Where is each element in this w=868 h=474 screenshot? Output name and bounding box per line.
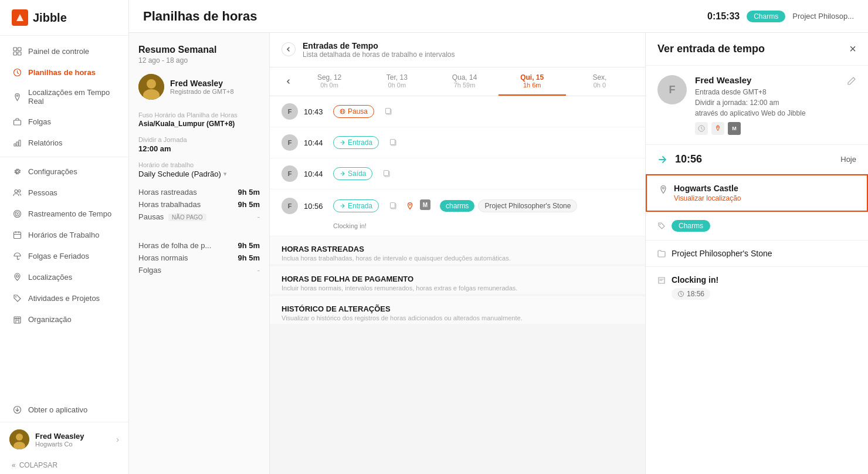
normal-value: 9h 5m [238, 253, 260, 262]
chevron-down-icon: ▾ [223, 170, 227, 178]
day-item-0[interactable]: Seg, 12 0h 0m [296, 67, 363, 96]
building-icon [12, 314, 22, 324]
svg-rect-4 [18, 52, 21, 55]
sidebar-item-label: Configurações [28, 167, 77, 176]
right-project-name: Project Philosopher's Stone [672, 249, 772, 258]
sidebar-item-folgas-feriados[interactable]: Folgas e Feriados [0, 245, 128, 266]
svg-point-41 [717, 127, 718, 128]
copy-icon-2[interactable] [381, 167, 394, 180]
section-tracked: HORAS RASTREADAS Inclua horas trabalhada… [270, 236, 645, 264]
get-app-label: Obter o aplicativo [28, 405, 87, 414]
right-location-content: Hogwarts Castle Visualizar localização [647, 175, 867, 211]
left-panel: Resumo Semanal 12 ago - 18 ago Fred Weas… [129, 33, 270, 474]
sidebar-item-atividades[interactable]: Atividades e Projetos [0, 287, 128, 309]
entry-avatar-0: F [282, 103, 298, 120]
right-time-row: 10:56 Hoje [646, 145, 868, 174]
day-name-0: Seg, 12 [298, 73, 361, 82]
charms-badge-header[interactable]: Charms [747, 11, 785, 22]
sidebar-item-pessoas[interactable]: Pessoas [0, 182, 128, 203]
day-hours-0: 0h 0m [298, 82, 361, 89]
svg-rect-3 [13, 52, 17, 55]
svg-marker-0 [16, 14, 23, 21]
svg-point-16 [16, 213, 18, 214]
location-icon-entry[interactable] [404, 199, 416, 212]
day-item-3[interactable]: Qui, 15 1h 6m [499, 67, 566, 96]
edit-button[interactable] [847, 76, 856, 86]
svg-rect-34 [391, 140, 395, 145]
sidebar-item-rastreamento[interactable]: Rastreamento de Tempo [0, 203, 128, 224]
sidebar-item-horarios[interactable]: Horários de Trabalho [0, 224, 128, 245]
svg-point-42 [663, 187, 664, 189]
entry-row-1: F 10:44 Entrada [270, 127, 645, 158]
copy-icon-3[interactable] [387, 199, 400, 212]
m-icon-entry[interactable]: M [420, 199, 430, 210]
sidebar-item-localizacoes[interactable]: Localizações em Tempo Real [0, 83, 128, 111]
day-item-1[interactable]: Ter, 13 0h 0m [363, 67, 430, 96]
sidebar-item-planilhas[interactable]: Planilhas de horas [0, 62, 128, 83]
download-icon [12, 404, 22, 415]
project-badge-entry: Project Philosopher's Stone [478, 199, 577, 212]
right-project-row: Project Philosopher's Stone [646, 241, 868, 267]
sidebar-user[interactable]: Fred Weasley Hogwarts Co › [0, 422, 128, 456]
sidebar-user-info: Fred Weasley Hogwarts Co [35, 432, 110, 448]
worked-label: Horas trabalhadas [138, 200, 201, 209]
entry-time-0: 10:43 [304, 107, 327, 116]
day-name-3: Qui, 15 [501, 73, 564, 82]
right-user-detail-2: Dividir a jornada: 12:00 am [695, 97, 839, 108]
logo-text: Jibble [33, 11, 67, 25]
charms-badge-right[interactable]: Charms [672, 220, 710, 232]
svg-rect-17 [13, 232, 21, 238]
collapse-button[interactable]: « COLAPSAR [0, 456, 128, 474]
entries-header-text: Entradas de Tempo Lista detalhada de hor… [303, 41, 455, 59]
svg-point-25 [16, 434, 23, 441]
schedule-value[interactable]: Daily Schedule (Padrão) ▾ [138, 170, 260, 178]
logo: Jibble [0, 0, 128, 36]
sidebar-item-label: Horários de Trabalho [28, 231, 99, 239]
right-note-row: Clocking in! 18:56 [646, 267, 868, 308]
day-item-4[interactable]: Sex, 0h 0 [566, 67, 633, 96]
close-button[interactable]: × [849, 42, 856, 56]
sidebar-item-label: Planilhas de horas [28, 68, 96, 77]
worked-row: Horas trabalhadas 9h 5m [138, 200, 260, 209]
schedule-label: Horário de trabalho [138, 161, 260, 168]
sidebar-user-expand[interactable]: › [116, 435, 119, 444]
briefcase-icon [12, 116, 22, 127]
days-prev-button[interactable] [282, 75, 296, 89]
back-button[interactable] [282, 42, 296, 56]
day-name-1: Ter, 13 [365, 73, 428, 82]
collapse-label: COLAPSAR [19, 461, 57, 469]
day-item-2[interactable]: Qua, 14 7h 59m [430, 67, 498, 96]
right-note-title: Clocking in! [672, 275, 856, 285]
copy-icon-0[interactable] [382, 105, 395, 118]
sidebar-user-name: Fred Weasley [35, 432, 110, 441]
right-user-avatar: F [657, 75, 687, 104]
main-body: Resumo Semanal 12 ago - 18 ago Fred Weas… [129, 33, 868, 474]
sidebar-user-org: Hogwarts Co [35, 441, 110, 448]
sidebar-item-localizacoes2[interactable]: Localizações [0, 266, 128, 287]
entry-avatar-2: F [282, 165, 298, 182]
holiday-row: Folgas - [138, 266, 260, 275]
view-location-link[interactable]: Visualizar localização [674, 194, 741, 202]
svg-point-19 [15, 296, 16, 297]
sidebar-item-organizacao[interactable]: Organização [0, 309, 128, 330]
logo-icon [12, 9, 28, 26]
map-pin-icon [12, 92, 22, 102]
entry-avatar-3: F [282, 198, 298, 214]
get-app-item[interactable]: Obter o aplicativo [0, 399, 128, 419]
header-project: Project Philosop... [792, 12, 854, 21]
svg-point-30 [340, 109, 345, 114]
holiday-label: Folgas [138, 266, 161, 275]
sidebar-navigation: Painel de controle Planilhas de horas Lo… [0, 36, 128, 399]
sidebar-item-configuracoes[interactable]: Configurações [0, 161, 128, 182]
normal-row: Horas normais 9h 5m [138, 253, 260, 262]
sidebar-item-painel[interactable]: Painel de controle [0, 40, 128, 62]
sidebar-item-relatorios[interactable]: Relatórios [0, 132, 128, 153]
svg-point-11 [16, 170, 18, 172]
sidebar-item-folgas[interactable]: Folgas [0, 111, 128, 132]
day-hours-1: 0h 0m [365, 82, 428, 89]
right-location-name: Hogwarts Castle [674, 184, 741, 193]
entry-actions-3: M [387, 199, 430, 212]
entries-subtitle: Lista detalhada de horas de trabalho e i… [303, 50, 455, 59]
copy-icon-1[interactable] [387, 136, 400, 149]
right-panel: Ver entrada de tempo × F Fred Weasley En… [645, 33, 868, 474]
